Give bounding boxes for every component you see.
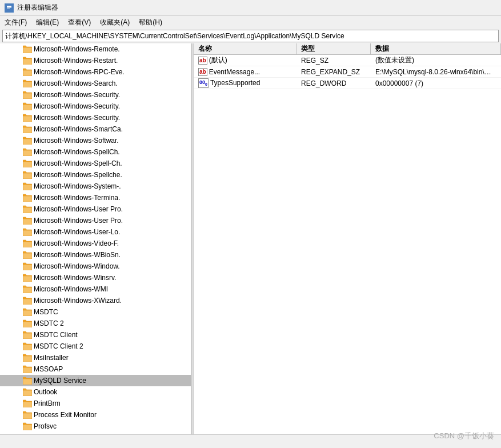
col-header-data[interactable]: 数据 (371, 43, 501, 54)
tree-item-label: Microsoft-Windows-System-. (34, 182, 121, 190)
tree-item-label: Microsoft-Windows-Video-F. (34, 239, 119, 247)
tree-panel[interactable]: Microsoft-Windows-Remote. Microsoft-Wind… (0, 43, 191, 434)
folder-icon (23, 194, 32, 202)
menu-view[interactable]: 查看(V) (63, 17, 95, 27)
tree-item[interactable]: Microsoft-Windows-XWizard. (0, 295, 191, 306)
folder-icon (23, 262, 32, 270)
tree-item[interactable]: Microsoft-Windows-User-Lo. (0, 226, 191, 238)
reg-cell-data: E:\MySQL\mysql-8.0.26-winx64\bin\mysqld.… (371, 68, 501, 76)
tree-item[interactable]: Microsoft-Windows-RPC-Eve. (0, 66, 191, 78)
tree-item[interactable]: Microsoft-Windows-Security. (0, 101, 191, 112)
menu-help[interactable]: 帮助(H) (134, 17, 167, 27)
tree-item-label: Microsoft-Windows-Window. (34, 262, 120, 270)
tree-item-label: Microsoft-Windows-SpellCh. (34, 148, 120, 156)
app-icon (5, 3, 14, 13)
tree-item[interactable]: MSSOAP (0, 363, 191, 375)
folder-icon (23, 114, 32, 122)
folder-icon (23, 331, 32, 339)
tree-item-label: Process Exit Monitor (34, 411, 97, 419)
folder-icon (23, 342, 32, 350)
registry-row[interactable]: ab (默认) REG_SZ (数值未设置) (194, 55, 501, 66)
menu-file[interactable]: 文件(F) (0, 17, 31, 27)
reg-cell-data: 0x00000007 (7) (371, 79, 501, 87)
tree-item[interactable]: Outlook (0, 386, 191, 398)
reg-cell-name: 000 TypesSupported (194, 78, 296, 89)
tree-item-label: Microsoft-Windows-Softwar. (34, 137, 119, 145)
folder-icon (23, 399, 32, 407)
tree-item[interactable]: Microsoft-Windows-User Pro. (0, 203, 191, 215)
folder-icon (23, 239, 32, 247)
tree-item-label: Microsoft-Windows-Termina. (34, 194, 120, 202)
tree-item-label: MySQLD Service (34, 377, 86, 385)
tree-item-label: Microsoft-Windows-Remote. (34, 45, 120, 53)
tree-item[interactable]: Microsoft-Windows-SmartCa. (0, 123, 191, 135)
folder-icon (23, 79, 32, 87)
reg-entry-name: TypesSupported (210, 79, 260, 87)
folder-icon (23, 228, 32, 236)
tree-item[interactable]: MSDTC Client 2 (0, 341, 191, 352)
status-bar (0, 434, 501, 448)
menu-favorites[interactable]: 收藏夹(A) (95, 17, 134, 27)
tree-item-label: MSDTC 2 (34, 319, 64, 327)
tree-item-label: MSSOAP (34, 365, 63, 373)
folder-icon (23, 125, 32, 133)
folder-icon (23, 205, 32, 213)
tree-item[interactable]: MSDTC (0, 306, 191, 318)
tree-item[interactable]: Microsoft-Windows-WMI (0, 283, 191, 295)
tree-item[interactable]: Process Exit Monitor (0, 409, 191, 421)
folder-icon (23, 319, 32, 327)
tree-item[interactable]: Microsoft-Windows-Security. (0, 89, 191, 101)
menu-edit[interactable]: 编辑(E) (31, 17, 63, 27)
tree-item-label: Microsoft-Windows-SmartCa. (34, 125, 123, 133)
tree-item[interactable]: Microsoft-Windows-WBioSn. (0, 249, 191, 261)
tree-item[interactable]: Microsoft-Windows-Spellche. (0, 169, 191, 181)
folder-icon (23, 137, 32, 145)
tree-item[interactable]: Microsoft-Windows-Window. (0, 261, 191, 272)
tree-item[interactable]: Microsoft-Windows-Restart. (0, 55, 191, 66)
reg-entry-name: (默认) (209, 55, 227, 65)
folder-icon (23, 297, 32, 305)
title-bar: 注册表编辑器 (0, 0, 501, 16)
tree-item[interactable]: Microsoft-Windows-User Pro. (0, 215, 191, 226)
tree-item-label: Outlook (34, 388, 57, 396)
tree-item[interactable]: MySQLD Service (0, 375, 191, 386)
folder-icon (23, 354, 32, 362)
reg-icon-ab: ab (198, 57, 207, 65)
svg-rect-3 (7, 9, 10, 9)
reg-cell-type: REG_SZ (296, 57, 371, 65)
tree-item[interactable]: MsiInstaller (0, 352, 191, 363)
folder-icon (23, 285, 32, 293)
tree-item[interactable]: Microsoft-Windows-System-. (0, 181, 191, 192)
svg-rect-1 (7, 6, 11, 7)
tree-item[interactable]: Profsvc (0, 421, 191, 432)
tree-item[interactable]: Microsoft-Windows-Video-F. (0, 238, 191, 249)
tree-item-label: Microsoft-Windows-User Pro. (34, 217, 123, 225)
tree-item-label: Profsvc (34, 422, 57, 430)
tree-item[interactable]: Microsoft-Windows-Security. (0, 112, 191, 123)
address-bar[interactable]: 计算机\HKEY_LOCAL_MACHINE\SYSTEM\CurrentCon… (2, 30, 499, 42)
svg-rect-2 (7, 7, 11, 8)
tree-item[interactable]: PrintBrm (0, 398, 191, 409)
registry-row[interactable]: ab EventMessage... REG_EXPAND_SZ E:\MySQ… (194, 66, 501, 78)
reg-cell-name: ab EventMessage... (194, 68, 296, 76)
tree-item[interactable]: Microsoft-Windows-SpellCh. (0, 146, 191, 158)
registry-row[interactable]: 000 TypesSupported REG_DWORD 0x00000007 … (194, 78, 501, 89)
reg-cell-type: REG_EXPAND_SZ (296, 68, 371, 76)
tree-item[interactable]: Microsoft-Windows-Winsrv. (0, 272, 191, 283)
tree-item[interactable]: MSDTC 2 (0, 318, 191, 329)
menu-bar: 文件(F) 编辑(E) 查看(V) 收藏夹(A) 帮助(H) (0, 16, 501, 29)
tree-item[interactable]: Microsoft-Windows-Softwar. (0, 135, 191, 146)
tree-item[interactable]: Microsoft-Windows-Remote. (0, 43, 191, 55)
registry-entries: ab (默认) REG_SZ (数值未设置) ab EventMessage..… (194, 55, 501, 434)
tree-item-label: Microsoft-Windows-Winsrv. (34, 274, 116, 282)
tree-item[interactable]: Microsoft-Windows-Spell-Ch. (0, 158, 191, 169)
tree-item[interactable]: Microsoft-Windows-Search. (0, 78, 191, 89)
col-header-type[interactable]: 类型 (296, 43, 371, 54)
folder-icon (23, 148, 32, 156)
tree-item[interactable]: MSDTC Client (0, 329, 191, 341)
tree-item[interactable]: Microsoft-Windows-Termina. (0, 192, 191, 203)
reg-entry-name: EventMessage... (209, 68, 260, 76)
tree-item-label: Microsoft-Windows-WBioSn. (34, 251, 121, 259)
col-header-name[interactable]: 名称 (194, 43, 296, 54)
main-area: Microsoft-Windows-Remote. Microsoft-Wind… (0, 43, 501, 434)
